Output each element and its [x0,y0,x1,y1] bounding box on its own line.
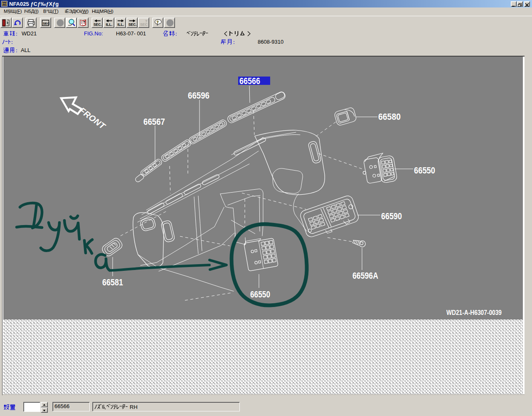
svg-text:66550: 66550 [414,165,435,176]
svg-text:66590: 66590 [381,211,402,221]
svg-text:66566: 66566 [239,76,260,86]
svg-text:66567: 66567 [143,116,165,127]
svg-text:66596: 66596 [188,90,209,101]
svg-text:FRONT: FRONT [78,106,108,131]
svg-text:66580: 66580 [378,111,401,122]
svg-text:WD21-A-H6307-0039: WD21-A-H6307-0039 [446,309,502,317]
svg-text:66581: 66581 [102,277,123,287]
svg-text:66596A: 66596A [352,270,378,281]
svg-text:66550: 66550 [250,289,270,300]
